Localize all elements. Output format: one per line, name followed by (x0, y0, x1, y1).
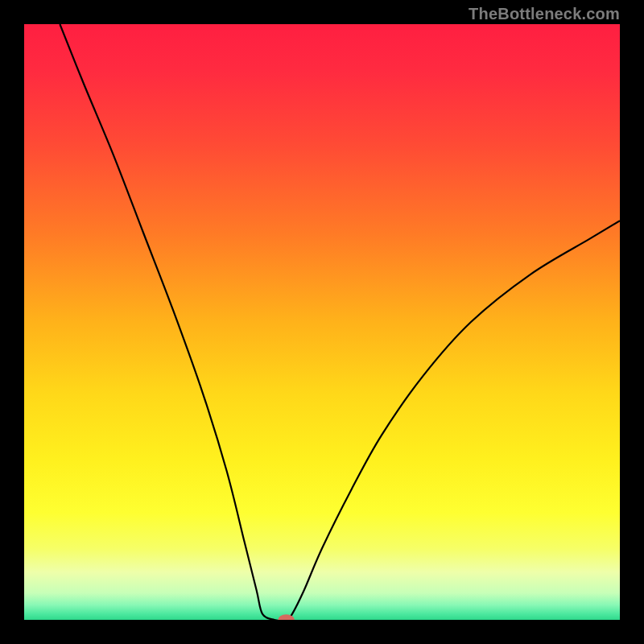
chart-frame: TheBottleneck.com (0, 0, 644, 644)
plot-area (24, 24, 620, 620)
bottleneck-curve (24, 24, 620, 620)
watermark-text: TheBottleneck.com (469, 5, 620, 23)
